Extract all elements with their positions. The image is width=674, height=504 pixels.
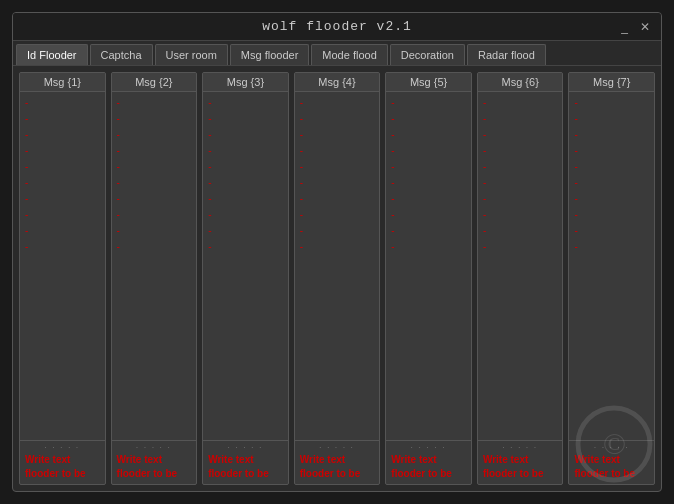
footer-text-3[interactable]: Write text flooder to be [208, 453, 283, 481]
dash-item: - [483, 207, 558, 223]
dash-item: - [483, 159, 558, 175]
dash-item: - [483, 95, 558, 111]
main-window: wolf flooder v2.1 _ ✕ Id FlooderCaptchaU… [12, 12, 662, 492]
msg-body-7: ---------- [569, 92, 654, 440]
dash-item: - [208, 175, 283, 191]
dash-item: - [300, 175, 375, 191]
dash-item: - [574, 95, 649, 111]
dash-item: - [574, 127, 649, 143]
dash-item: - [300, 143, 375, 159]
msg-column-4: Msg {4}----------· · · · ·Write text flo… [294, 72, 381, 485]
dash-item: - [208, 239, 283, 255]
dash-item: - [574, 239, 649, 255]
dash-item: - [391, 159, 466, 175]
dash-item: - [25, 239, 100, 255]
dash-item: - [208, 223, 283, 239]
dash-item: - [300, 127, 375, 143]
msg-header-1: Msg {1} [20, 73, 105, 92]
footer-text-6[interactable]: Write text flooder to be [483, 453, 558, 481]
footer-text-4[interactable]: Write text flooder to be [300, 453, 375, 481]
tab-id-flooder[interactable]: Id Flooder [16, 44, 88, 65]
msg-header-5: Msg {5} [386, 73, 471, 92]
msg-footer-2: · · · · ·Write text flooder to be [112, 440, 197, 484]
close-button[interactable]: ✕ [637, 20, 653, 34]
dash-item: - [574, 223, 649, 239]
dash-item: - [25, 127, 100, 143]
dash-item: - [117, 239, 192, 255]
msg-footer-5: · · · · ·Write text flooder to be [386, 440, 471, 484]
footer-text-1[interactable]: Write text flooder to be [25, 453, 100, 481]
dash-item: - [483, 223, 558, 239]
dash-item: - [208, 95, 283, 111]
msg-header-7: Msg {7} [569, 73, 654, 92]
msg-header-3: Msg {3} [203, 73, 288, 92]
tab-user-room[interactable]: User room [155, 44, 228, 65]
tab-mode-flood[interactable]: Mode flood [311, 44, 387, 65]
dash-item: - [117, 207, 192, 223]
dash-item: - [391, 207, 466, 223]
window-controls: _ ✕ [618, 20, 653, 34]
dash-item: - [300, 191, 375, 207]
msg-column-2: Msg {2}----------· · · · ·Write text flo… [111, 72, 198, 485]
dash-item: - [300, 111, 375, 127]
dash-item: - [25, 95, 100, 111]
dash-item: - [117, 223, 192, 239]
dash-item: - [574, 111, 649, 127]
msg-header-2: Msg {2} [112, 73, 197, 92]
tab-decoration[interactable]: Decoration [390, 44, 465, 65]
dash-item: - [25, 111, 100, 127]
msg-header-6: Msg {6} [478, 73, 563, 92]
dash-item: - [208, 159, 283, 175]
titlebar: wolf flooder v2.1 _ ✕ [13, 13, 661, 41]
tab-msg-flooder[interactable]: Msg flooder [230, 44, 309, 65]
svg-text:©: © [602, 427, 625, 461]
dash-item: - [117, 95, 192, 111]
dash-item: - [208, 127, 283, 143]
footer-dots: · · · · · [300, 444, 375, 451]
tab-bar: Id FlooderCaptchaUser roomMsg flooderMod… [13, 41, 661, 66]
dash-item: - [117, 175, 192, 191]
dash-item: - [391, 175, 466, 191]
dash-item: - [300, 159, 375, 175]
dash-item: - [483, 191, 558, 207]
dash-item: - [574, 207, 649, 223]
tab-radar-flood[interactable]: Radar flood [467, 44, 546, 65]
msg-footer-3: · · · · ·Write text flooder to be [203, 440, 288, 484]
dash-item: - [574, 143, 649, 159]
dash-item: - [574, 159, 649, 175]
dash-item: - [208, 191, 283, 207]
dash-item: - [391, 95, 466, 111]
footer-text-2[interactable]: Write text flooder to be [117, 453, 192, 481]
footer-text-5[interactable]: Write text flooder to be [391, 453, 466, 481]
dash-item: - [117, 159, 192, 175]
dash-item: - [483, 239, 558, 255]
dash-item: - [208, 207, 283, 223]
dash-item: - [391, 223, 466, 239]
msg-body-4: ---------- [295, 92, 380, 440]
dash-item: - [391, 143, 466, 159]
dash-item: - [391, 191, 466, 207]
msg-header-4: Msg {4} [295, 73, 380, 92]
dash-item: - [117, 127, 192, 143]
msg-body-3: ---------- [203, 92, 288, 440]
dash-item: - [483, 127, 558, 143]
window-title: wolf flooder v2.1 [262, 19, 412, 34]
main-content: Msg {1}----------· · · · ·Write text flo… [13, 66, 661, 491]
msg-body-6: ---------- [478, 92, 563, 440]
footer-dots: · · · · · [483, 444, 558, 451]
tab-captcha[interactable]: Captcha [90, 44, 153, 65]
dash-item: - [25, 159, 100, 175]
dash-item: - [25, 175, 100, 191]
dash-item: - [300, 223, 375, 239]
dash-item: - [574, 175, 649, 191]
msg-footer-4: · · · · ·Write text flooder to be [295, 440, 380, 484]
dash-item: - [117, 191, 192, 207]
dash-item: - [300, 207, 375, 223]
footer-dots: · · · · · [208, 444, 283, 451]
minimize-button[interactable]: _ [618, 20, 631, 34]
dash-item: - [300, 95, 375, 111]
footer-dots: · · · · · [117, 444, 192, 451]
dash-item: - [25, 191, 100, 207]
dash-item: - [208, 111, 283, 127]
dash-item: - [391, 239, 466, 255]
